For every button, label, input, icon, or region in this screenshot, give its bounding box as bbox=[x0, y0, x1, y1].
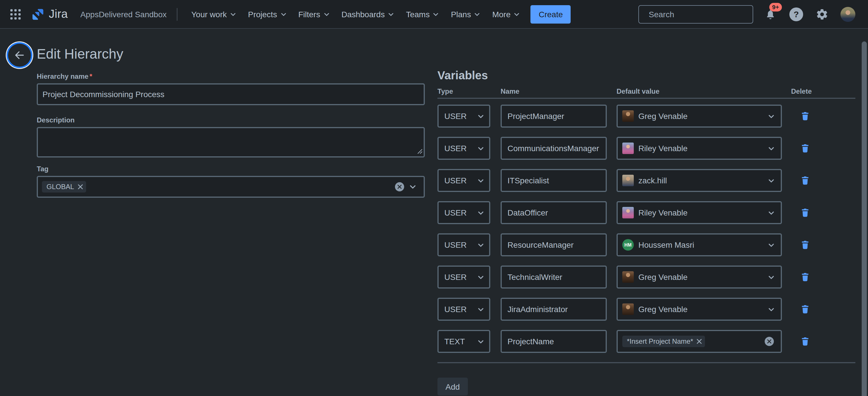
add-variable-button[interactable]: Add bbox=[437, 377, 468, 395]
hierarchy-form: Hierarchy name* Description Tag GLOBAL bbox=[37, 69, 425, 198]
nav-item-dashboards[interactable]: Dashboards bbox=[336, 6, 400, 22]
divider bbox=[437, 362, 856, 363]
chevron-down-icon bbox=[768, 145, 775, 152]
variable-row: USER zack.hill bbox=[437, 169, 856, 192]
site-name: AppsDelivered Sandbox bbox=[81, 9, 166, 19]
settings-button[interactable] bbox=[813, 5, 831, 23]
nav-item-teams[interactable]: Teams bbox=[400, 6, 445, 22]
nav-item-your-work[interactable]: Your work bbox=[186, 6, 243, 22]
variable-row: USER Riley Venable bbox=[437, 201, 856, 224]
variable-default-select[interactable]: Greg Venable bbox=[617, 265, 782, 288]
tag-chip: GLOBAL bbox=[42, 181, 86, 193]
back-button[interactable] bbox=[8, 44, 31, 67]
variable-default-select[interactable]: Greg Venable bbox=[617, 105, 782, 128]
variable-type-select[interactable]: USER bbox=[437, 105, 490, 128]
required-asterisk: * bbox=[90, 73, 92, 81]
vertical-scrollbar[interactable] bbox=[862, 41, 867, 396]
help-icon: ? bbox=[789, 7, 803, 21]
chevron-down-icon bbox=[477, 145, 485, 152]
chevron-down-icon bbox=[768, 209, 775, 217]
main-menu: Your work Projects Filters Dashboards Te… bbox=[186, 6, 526, 22]
variable-name-input[interactable] bbox=[501, 265, 607, 288]
jira-logo-icon bbox=[31, 7, 45, 21]
hierarchy-name-label: Hierarchy name* bbox=[37, 73, 425, 81]
trash-icon bbox=[801, 337, 809, 346]
nav-item-filters[interactable]: Filters bbox=[292, 6, 336, 22]
trash-icon bbox=[801, 144, 809, 153]
chevron-down-icon bbox=[229, 11, 237, 18]
variable-default-select[interactable]: zack.hill bbox=[617, 169, 782, 192]
trash-icon bbox=[801, 208, 809, 217]
user-avatar bbox=[840, 7, 856, 22]
create-button[interactable]: Create bbox=[531, 5, 571, 23]
variable-type-select[interactable]: USER bbox=[437, 298, 490, 321]
clear-select-icon[interactable] bbox=[765, 337, 774, 346]
variable-name-input[interactable] bbox=[501, 330, 607, 353]
variable-name-input[interactable] bbox=[501, 169, 607, 192]
chevron-down-icon bbox=[768, 177, 775, 184]
search-input[interactable] bbox=[648, 9, 754, 19]
variable-default-select[interactable]: Greg Venable bbox=[617, 298, 782, 321]
variable-default-select[interactable]: Riley Venable bbox=[617, 137, 782, 160]
delete-variable-button[interactable] bbox=[798, 302, 812, 316]
app-switcher-button[interactable] bbox=[7, 5, 24, 23]
variable-default-select[interactable]: HM Houssem Masri bbox=[617, 233, 782, 256]
remove-tag-icon[interactable] bbox=[78, 184, 83, 190]
variable-name-input[interactable] bbox=[501, 201, 607, 224]
user-avatar bbox=[622, 143, 634, 154]
variable-name-input[interactable] bbox=[501, 137, 607, 160]
nav-item-projects[interactable]: Projects bbox=[242, 6, 292, 22]
variable-row: USER Greg Venable bbox=[437, 105, 856, 128]
delete-variable-button[interactable] bbox=[798, 109, 812, 123]
description-field-wrap bbox=[37, 127, 425, 158]
profile-button[interactable] bbox=[839, 5, 857, 23]
delete-variable-button[interactable] bbox=[798, 335, 812, 348]
default-value-chip: *Insert Project Name* bbox=[622, 336, 705, 347]
chevron-down-icon bbox=[768, 273, 775, 281]
delete-variable-button[interactable] bbox=[798, 206, 812, 220]
variable-type-select[interactable]: TEXT bbox=[437, 330, 490, 353]
nav-item-plans[interactable]: Plans bbox=[445, 6, 487, 22]
delete-variable-button[interactable] bbox=[798, 174, 812, 187]
nav-item-more[interactable]: More bbox=[487, 6, 526, 22]
variable-name-input[interactable] bbox=[501, 233, 607, 256]
description-textarea[interactable] bbox=[37, 127, 425, 158]
variable-type-select[interactable]: USER bbox=[437, 137, 490, 160]
variable-type-select[interactable]: USER bbox=[437, 201, 490, 224]
global-search[interactable] bbox=[639, 5, 753, 23]
chevron-down-icon bbox=[477, 273, 485, 281]
variable-row: TEXT *Insert Project Name* bbox=[437, 330, 856, 353]
hierarchy-name-input[interactable] bbox=[37, 83, 425, 105]
variable-name-input[interactable] bbox=[501, 298, 607, 321]
variables-column-headers: Type Name Default value Delete bbox=[437, 87, 856, 95]
top-navigation-bar: Jira AppsDelivered Sandbox Your work Pro… bbox=[0, 0, 868, 29]
clear-select-icon[interactable] bbox=[395, 182, 404, 191]
jira-logo[interactable]: Jira bbox=[31, 7, 68, 21]
column-header-default: Default value bbox=[617, 87, 791, 95]
user-avatar bbox=[622, 175, 634, 186]
variable-type-select[interactable]: USER bbox=[437, 233, 490, 256]
column-header-delete: Delete bbox=[791, 87, 812, 95]
delete-variable-button[interactable] bbox=[798, 270, 812, 284]
app-window: Jira AppsDelivered Sandbox Your work Pro… bbox=[0, 0, 868, 396]
tag-select[interactable]: GLOBAL bbox=[37, 176, 425, 198]
variable-row: USER Greg Venable bbox=[437, 265, 856, 288]
remove-value-icon[interactable] bbox=[696, 339, 702, 344]
apps-grid-icon bbox=[10, 9, 21, 19]
variable-default-select[interactable]: Riley Venable bbox=[617, 201, 782, 224]
notifications-button[interactable]: 9+ bbox=[762, 5, 779, 23]
variable-type-select[interactable]: USER bbox=[437, 265, 490, 288]
chevron-down-icon bbox=[280, 11, 287, 18]
variable-name-input[interactable] bbox=[501, 105, 607, 128]
chevron-down-icon bbox=[477, 306, 485, 313]
delete-variable-button[interactable] bbox=[798, 141, 812, 155]
chevron-down-icon[interactable] bbox=[409, 183, 417, 191]
help-button[interactable]: ? bbox=[787, 5, 805, 23]
chevron-down-icon bbox=[433, 11, 439, 18]
trash-icon bbox=[801, 240, 809, 250]
delete-variable-button[interactable] bbox=[798, 238, 812, 252]
user-avatar bbox=[622, 207, 634, 218]
variable-type-select[interactable]: USER bbox=[437, 169, 490, 192]
variable-default-multiselect[interactable]: *Insert Project Name* bbox=[617, 330, 782, 353]
chevron-down-icon bbox=[768, 112, 775, 120]
